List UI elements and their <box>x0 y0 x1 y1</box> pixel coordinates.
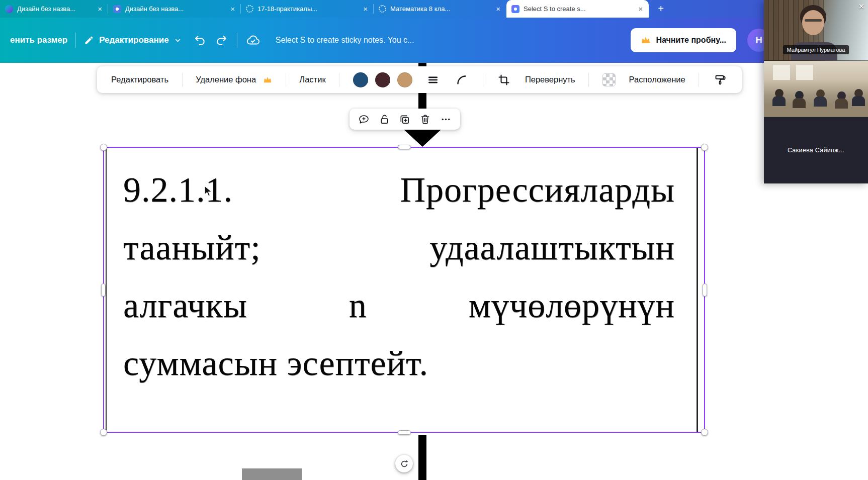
arrange-button[interactable]: Расположение <box>629 75 685 84</box>
participant-video-2[interactable] <box>764 61 868 117</box>
color-swatch-maroon[interactable] <box>375 72 390 87</box>
spacing-lines-icon[interactable] <box>425 72 441 87</box>
text-word: удаалаштыктын <box>429 228 675 268</box>
canva-header: енить размер Редактирование Select S to … <box>0 18 868 63</box>
resize-handle-bottom[interactable] <box>398 430 411 435</box>
color-swatches <box>353 72 412 87</box>
person-glasses <box>805 19 822 22</box>
tab-close-icon[interactable]: × <box>97 5 103 13</box>
text-line: алгачкы n мүчөлөрүнүн <box>123 276 675 334</box>
text-line: суммасын эсептейт. <box>123 334 675 392</box>
resize-handle-top-right[interactable] <box>701 144 708 151</box>
header-divider <box>237 33 237 48</box>
editing-menu-label: Редактирование <box>99 35 169 45</box>
resize-handle-left[interactable] <box>101 283 106 297</box>
remove-background-button[interactable]: Удаление фона <box>196 75 272 84</box>
tab-title: Select S to create s... <box>524 5 633 13</box>
editing-menu-button[interactable]: Редактирование <box>76 35 190 45</box>
toolbar-divider <box>182 73 183 87</box>
tab-title: Дизайн без назва... <box>17 5 93 13</box>
browser-tab-4[interactable]: Математика 8 кла... × <box>374 0 506 18</box>
text-word: мүчөлөрүнүн <box>469 285 675 326</box>
student-body <box>772 96 786 106</box>
resize-handle-right[interactable] <box>703 283 707 297</box>
loading-spinner-icon <box>379 5 386 13</box>
delete-trash-icon[interactable] <box>418 112 433 127</box>
avatar-initial: H <box>755 35 762 46</box>
toolbar-divider <box>699 73 699 87</box>
tab-close-icon[interactable]: × <box>637 5 644 13</box>
edit-image-button[interactable]: Редактировать <box>111 75 168 84</box>
window-light <box>773 65 790 80</box>
crop-icon[interactable] <box>496 72 511 87</box>
loading-spinner-icon <box>246 5 253 13</box>
canva-favicon <box>113 5 121 13</box>
tab-close-icon[interactable]: × <box>495 5 501 13</box>
resize-handle-top[interactable] <box>398 145 411 149</box>
toolbar-divider <box>286 73 286 87</box>
pencil-icon <box>84 35 94 45</box>
tab-close-icon[interactable]: × <box>362 5 369 13</box>
screen: Дизайн без назва... × Дизайн без назва..… <box>0 0 868 480</box>
flip-button[interactable]: Перевернуть <box>525 75 575 84</box>
redo-button[interactable] <box>211 30 232 51</box>
crown-icon <box>263 75 272 84</box>
text-word: 9.2.1.1. <box>123 170 233 210</box>
toolbar-divider <box>483 73 483 87</box>
crown-icon <box>641 35 651 45</box>
start-trial-button[interactable]: Начните пробну... <box>631 28 736 52</box>
tab-close-icon[interactable]: × <box>229 5 236 13</box>
participant-video-3[interactable]: Сакиева Сайипж... <box>764 117 868 183</box>
rotate-handle[interactable] <box>395 455 413 472</box>
undo-button[interactable] <box>190 30 211 51</box>
resize-handle-bottom-left[interactable] <box>100 429 107 436</box>
lock-icon[interactable] <box>377 112 392 127</box>
flowchart-arrow-head[interactable] <box>402 128 443 147</box>
image-edit-toolbar: Редактировать Удаление фона Ластик <box>97 66 742 93</box>
canvas-workspace[interactable]: Редактировать Удаление фона Ластик <box>0 63 868 480</box>
participant-name: Сакиева Сайипж... <box>788 147 844 154</box>
video-meeting-panel[interactable]: ✕ Майрамгул Нурматова Сакиева Сайипж. <box>764 0 868 183</box>
color-swatch-tan[interactable] <box>397 72 412 87</box>
text-word: Прогрессияларды <box>400 170 675 210</box>
copy-style-roller-icon[interactable] <box>713 72 728 87</box>
browser-tab-bar: Дизайн без назва... × Дизайн без назва..… <box>0 0 868 18</box>
partial-canvas-shape[interactable] <box>242 468 302 480</box>
browser-tab-3[interactable]: 17-18-практикалы... × <box>241 0 374 18</box>
more-options-icon[interactable] <box>439 112 454 127</box>
transparency-icon[interactable] <box>602 73 616 86</box>
curve-icon[interactable] <box>454 72 469 87</box>
canva-favicon <box>511 5 519 13</box>
participant-name-badge: Майрамгул Нурматова <box>783 45 849 54</box>
student-body <box>852 96 865 106</box>
tab-title: Математика 8 кла... <box>390 5 491 13</box>
resize-handle-bottom-right[interactable] <box>701 429 708 436</box>
toolbar-divider <box>339 73 339 87</box>
color-swatch-navy[interactable] <box>353 72 368 87</box>
resize-button[interactable]: енить размер <box>2 35 75 45</box>
flowchart-arrow-shaft-bottom[interactable] <box>418 435 426 480</box>
duplicate-icon[interactable] <box>397 112 412 127</box>
resize-handle-top-left[interactable] <box>100 144 107 151</box>
student-body <box>814 97 827 107</box>
browser-tab-1[interactable]: Дизайн без назва... × <box>0 0 108 18</box>
student-body <box>793 98 806 108</box>
window-light <box>796 65 813 80</box>
tab-title: Дизайн без назва... <box>125 5 225 13</box>
chevron-down-icon <box>174 37 182 44</box>
sticky-notes-hint: Select S to create sticky notes. You c..… <box>276 36 414 45</box>
browser-tab-2[interactable]: Дизайн без назва... × <box>108 0 241 18</box>
resize-button-label: енить размер <box>10 35 67 45</box>
browser-tab-active[interactable]: Select S to create s... × <box>506 0 649 18</box>
new-tab-button[interactable]: + <box>654 2 668 16</box>
eraser-button[interactable]: Ластик <box>299 75 325 84</box>
text-line: тааныйт; удаалаштыктын <box>123 219 675 276</box>
close-icon[interactable]: ✕ <box>858 3 864 10</box>
mouse-cursor <box>204 185 215 198</box>
tab-title: 17-18-практикалы... <box>257 5 358 13</box>
selected-image-element[interactable]: 9.2.1.1. Прогрессияларды тааныйт; удаала… <box>103 147 705 433</box>
add-comment-icon[interactable] <box>356 112 371 127</box>
remove-background-label: Удаление фона <box>196 75 256 84</box>
participant-video-1[interactable]: Майрамгул Нурматова <box>764 0 868 61</box>
student-body <box>835 99 848 109</box>
